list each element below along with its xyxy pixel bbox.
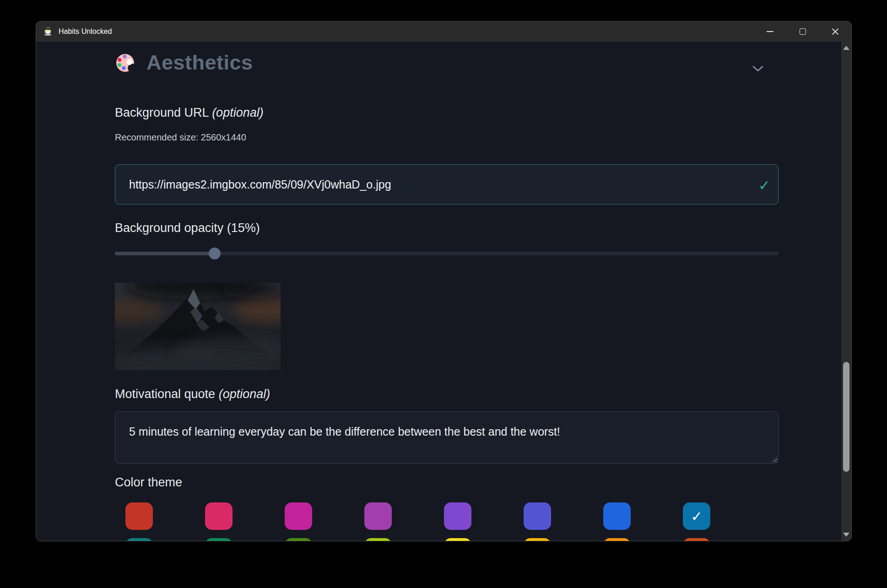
color-swatch[interactable] <box>364 538 392 541</box>
background-url-label-text: Background URL <box>115 106 209 119</box>
collapse-section-button[interactable] <box>752 65 764 74</box>
scrollbar-thumb[interactable] <box>843 362 849 472</box>
color-swatch[interactable] <box>205 502 233 530</box>
page-title: Aesthetics <box>146 51 253 75</box>
color-swatch[interactable] <box>444 538 471 541</box>
background-preview-image <box>115 283 281 370</box>
vertical-scrollbar[interactable] <box>841 42 851 541</box>
maximize-icon <box>800 28 806 35</box>
background-url-input[interactable] <box>115 164 779 205</box>
window-controls <box>754 22 851 42</box>
opacity-label: Background opacity (15%) <box>115 221 260 235</box>
color-swatch-row-1: ✓ <box>125 502 710 530</box>
color-swatch-row-2 <box>125 538 710 541</box>
aesthetics-header: Aesthetics <box>115 51 253 75</box>
teacup-icon <box>43 26 54 37</box>
color-swatch[interactable] <box>444 502 471 530</box>
opacity-slider-thumb[interactable] <box>209 248 221 259</box>
color-swatch-selected[interactable]: ✓ <box>683 502 710 530</box>
window-title: Habits Unlocked <box>59 27 112 36</box>
recommended-size-hint: Recommended size: 2560x1440 <box>115 132 246 143</box>
quote-optional: (optional) <box>219 387 270 401</box>
motivational-quote-textarea[interactable] <box>115 411 779 464</box>
color-swatch[interactable] <box>683 538 710 541</box>
opacity-slider-fill <box>115 252 215 255</box>
opacity-slider[interactable] <box>115 248 779 259</box>
quote-label: Motivational quote (optional) <box>115 387 270 401</box>
chevron-down-icon <box>752 65 764 72</box>
color-swatch[interactable] <box>125 502 153 530</box>
color-swatch[interactable] <box>205 538 233 541</box>
quote-label-text: Motivational quote <box>115 387 215 401</box>
minimize-icon <box>767 31 773 32</box>
close-button[interactable] <box>819 22 851 42</box>
color-swatch[interactable] <box>125 538 153 541</box>
background-url-label: Background URL (optional) <box>115 106 264 120</box>
titlebar: Habits Unlocked <box>36 22 851 42</box>
color-swatch[interactable] <box>603 502 631 530</box>
valid-check-icon: ✓ <box>758 177 770 194</box>
color-swatch[interactable] <box>603 538 631 541</box>
maximize-button[interactable] <box>786 22 819 42</box>
settings-page: Aesthetics Background URL (optional) Rec… <box>36 42 851 541</box>
scroll-up-icon[interactable] <box>843 46 849 50</box>
color-swatch[interactable] <box>285 502 312 530</box>
scroll-down-icon[interactable] <box>843 533 849 537</box>
palette-icon <box>115 52 136 74</box>
color-swatch[interactable] <box>524 538 551 541</box>
background-url-optional: (optional) <box>212 106 264 119</box>
app-window: Habits Unlocked Aesthetics <box>36 21 852 541</box>
color-swatch[interactable] <box>285 538 312 541</box>
color-swatch[interactable] <box>364 502 392 530</box>
color-theme-label: Color theme <box>115 475 182 490</box>
minimize-button[interactable] <box>754 22 786 42</box>
close-icon <box>832 28 839 35</box>
selected-check-icon: ✓ <box>691 508 702 524</box>
color-swatch[interactable] <box>524 502 551 530</box>
